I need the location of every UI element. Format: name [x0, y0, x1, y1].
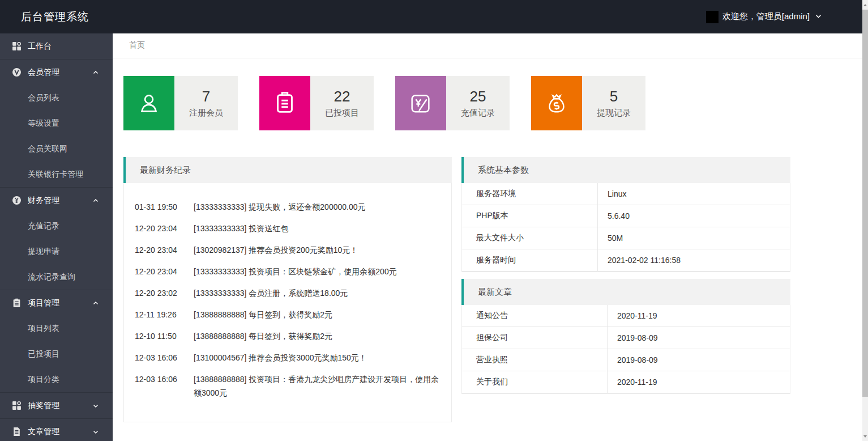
sidebar-subitem-label: 充值记录	[28, 221, 59, 231]
sidebar-subitem-transaction-query[interactable]: 流水记录查询	[0, 264, 113, 290]
stat-card-withdrawal-records: 5 提现记录	[531, 76, 645, 130]
article-title: 关于我们	[462, 371, 608, 393]
money-bag-icon	[531, 76, 582, 130]
record-time: 12-20 23:02	[135, 286, 182, 300]
stat-value: 7	[202, 88, 210, 105]
stat-label: 注册会员	[189, 108, 223, 118]
scrollbar[interactable]	[862, 0, 868, 441]
sidebar-item-article-management[interactable]: 文章管理	[0, 419, 113, 441]
console-grid-icon	[12, 41, 22, 51]
sidebar-item-project-management[interactable]: 项目管理	[0, 290, 113, 316]
record-time: 12-11 19:26	[135, 308, 182, 321]
table-row[interactable]: 通知公告 2020-11-19	[462, 305, 790, 327]
sidebar-subitem-label: 关联银行卡管理	[28, 169, 83, 180]
sidebar-item-member-management[interactable]: 会员管理	[0, 60, 113, 85]
sidebar-subitem-label: 已投项目	[28, 349, 59, 359]
sidebar-subitem-label: 会员关联网	[28, 144, 67, 154]
article-date: 2019-08-09	[608, 333, 658, 342]
scroll-up-icon[interactable]	[862, 0, 868, 10]
sidebar-subitem-member-list[interactable]: 会员列表	[0, 85, 113, 111]
stat-card-registered-members: 7 注册会员	[123, 76, 238, 130]
sidebar: 工作台 会员管理 会员列表 等级设置 会员关联网 关联银行卡管理	[0, 33, 113, 441]
stat-card-invested-projects: 22 已投项目	[259, 76, 374, 130]
scroll-down-icon[interactable]	[862, 431, 868, 441]
param-name: PHP版本	[462, 205, 598, 227]
app-title: 后台管理系统	[21, 10, 89, 24]
record-row: 12-03 16:06 [13888888888] 投资项目：香港九龙尖沙咀房产…	[124, 372, 451, 408]
record-row: 12-20 23:02 [13333333333] 会员注册，系统赠送18.00…	[124, 286, 451, 308]
sidebar-subitem-level-settings[interactable]: 等级设置	[0, 111, 113, 136]
table-row: 服务器环境 Linux	[462, 183, 790, 205]
param-name: 服务器时间	[462, 249, 598, 271]
sidebar-subitem-withdrawal-requests[interactable]: 提现申请	[0, 239, 113, 264]
record-text: [13020982137] 推荐会员投资200元奖励10元！	[194, 243, 443, 257]
stat-info: 22 已投项目	[310, 76, 374, 130]
chevron-up-icon	[92, 197, 99, 204]
stat-label: 充值记录	[461, 108, 495, 118]
param-value: 2021-02-02 11:16:58	[598, 256, 681, 265]
sidebar-subitem-invested-projects[interactable]: 已投项目	[0, 341, 113, 367]
sidebar-subitem-member-network[interactable]: 会员关联网	[0, 136, 113, 162]
record-row: 12-03 16:06 [13100004567] 推荐会员投资3000元奖励1…	[124, 351, 451, 372]
record-row: 12-11 19:26 [13888888888] 每日签到，获得奖励2元	[124, 308, 451, 329]
panel-title: 最新财务纪录	[123, 157, 452, 183]
system-params-panel: 系统基本参数 服务器环境 Linux PHP版本 5.6.40 最大文件大小 5…	[461, 157, 790, 272]
chevron-up-icon	[92, 69, 99, 76]
member-circle-icon	[12, 67, 22, 77]
param-value: 50M	[598, 234, 623, 243]
record-text: [13100004567] 推荐会员投资3000元奖励150元！	[194, 351, 443, 364]
clipboard-icon	[12, 298, 22, 308]
tab-home[interactable]: 首页	[113, 40, 152, 58]
table-row[interactable]: 关于我们 2020-11-19	[462, 371, 790, 393]
param-value: 5.6.40	[598, 211, 630, 220]
sidebar-subitem-project-categories[interactable]: 项目分类	[0, 367, 113, 392]
table-row: PHP版本 5.6.40	[462, 205, 790, 227]
stat-value: 25	[470, 88, 486, 105]
sidebar-subitem-label: 流水记录查询	[28, 272, 75, 282]
article-date: 2020-11-19	[608, 311, 657, 320]
console-grid-icon	[12, 401, 22, 410]
user-dropdown[interactable]: 欢迎您，管理员[admin]	[706, 11, 822, 23]
record-text: [13333333333] 投资送红包	[194, 222, 443, 235]
stat-info: 7 注册会员	[174, 76, 238, 130]
stat-info: 5 提现记录	[582, 76, 645, 130]
sidebar-item-finance-management[interactable]: 财务管理	[0, 188, 113, 213]
panel-title: 最新文章	[461, 279, 790, 305]
sidebar-subitem-label: 会员列表	[28, 93, 59, 103]
param-name: 最大文件大小	[462, 227, 598, 249]
record-time: 12-20 23:04	[135, 222, 182, 235]
article-title: 担保公司	[462, 327, 608, 349]
system-params-table: 服务器环境 Linux PHP版本 5.6.40 最大文件大小 50M 服务器时…	[461, 183, 790, 272]
param-name: 服务器环境	[462, 183, 598, 205]
clipboard-icon	[259, 76, 310, 130]
article-title: 营业执照	[462, 349, 608, 371]
stat-value: 22	[334, 88, 350, 105]
stat-value: 5	[610, 88, 618, 105]
main-content: 首页 7 注册会员 22 已投项目	[113, 33, 862, 441]
yen-card-icon	[395, 76, 446, 130]
record-text: [13888888888] 每日签到，获得奖励2元	[194, 308, 443, 321]
record-time: 12-20 23:04	[135, 243, 182, 257]
scrollbar-thumb[interactable]	[862, 10, 868, 397]
sidebar-subitem-label: 提现申请	[28, 247, 59, 257]
tab-bar: 首页	[113, 33, 862, 58]
record-time: 12-10 11:50	[135, 329, 182, 343]
table-row[interactable]: 营业执照 2019-08-09	[462, 349, 790, 371]
record-time: 12-20 23:04	[135, 265, 182, 278]
sidebar-subitem-recharge-records[interactable]: 充值记录	[0, 213, 113, 239]
sidebar-item-workbench[interactable]: 工作台	[0, 33, 113, 59]
article-date: 2019-08-09	[608, 355, 658, 364]
chevron-down-icon	[815, 12, 822, 22]
sidebar-subitem-bank-card-management[interactable]: 关联银行卡管理	[0, 162, 113, 187]
article-date: 2020-11-19	[608, 378, 657, 387]
table-row[interactable]: 担保公司 2019-08-09	[462, 327, 790, 349]
document-icon	[12, 427, 22, 436]
panel-title: 系统基本参数	[461, 157, 790, 183]
sidebar-item-lottery-management[interactable]: 抽奖管理	[0, 393, 113, 418]
sidebar-item-label: 项目管理	[28, 298, 59, 308]
record-text: [13888888888] 投资项目：香港九龙尖沙咀房产建设开发项目，使用余额3…	[194, 372, 443, 400]
record-row: 12-20 23:04 [13020982137] 推荐会员投资200元奖励10…	[124, 243, 451, 265]
chevron-up-icon	[92, 300, 99, 307]
sidebar-subitem-project-list[interactable]: 项目列表	[0, 316, 113, 341]
stat-cards-row: 7 注册会员 22 已投项目 25 充值记录	[123, 76, 862, 130]
